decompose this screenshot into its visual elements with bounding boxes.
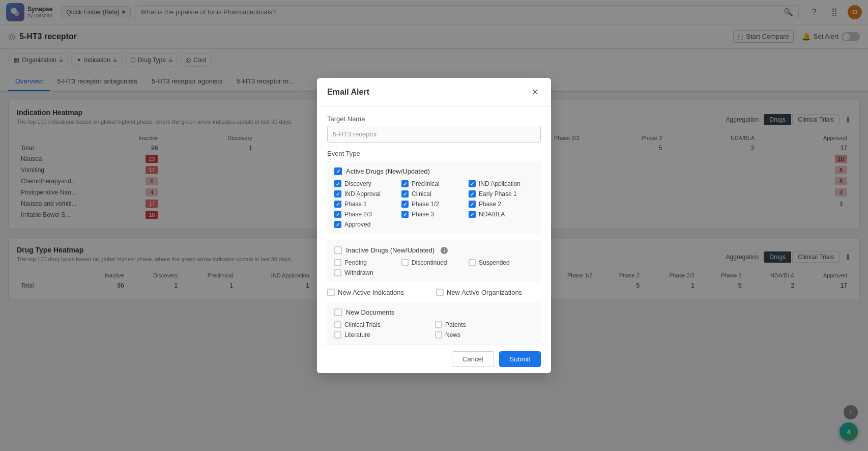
preclinical-checkbox[interactable]: ✓ — [401, 180, 409, 187]
discontinued-label: Discontinued — [412, 259, 447, 266]
clinical-trials-doc-label: Clinical Trials — [344, 321, 381, 328]
modal-close-button[interactable]: ✕ — [529, 86, 541, 98]
check-nda-bla: ✓ NDA/BLA — [469, 211, 534, 218]
discovery-label: Discovery — [344, 180, 371, 187]
new-active-indications-checkbox[interactable] — [327, 289, 335, 296]
new-documents-group: New Documents Clinical Trials Patents Li… — [327, 302, 541, 345]
check-clinical-trials: Clinical Trials — [334, 321, 433, 328]
phase1-label: Phase 1 — [344, 201, 367, 208]
phase2-3-checkbox[interactable]: ✓ — [334, 211, 341, 218]
active-drugs-checkbox[interactable]: ✓ — [334, 167, 342, 175]
check-discontinued: Discontinued — [401, 259, 467, 266]
inactive-drugs-checkbox[interactable] — [334, 246, 342, 254]
check-suspended: Suspended — [469, 259, 534, 266]
withdrawn-label: Withdrawn — [344, 269, 373, 276]
modal-body: Target Name Event Type ✓ Active Drugs (N… — [317, 107, 551, 345]
submit-button[interactable]: Submit — [499, 351, 541, 367]
check-approved: ✓ Approved — [334, 221, 399, 228]
email-alert-modal: Email Alert ✕ Target Name Event Type ✓ A… — [317, 78, 551, 373]
check-ind-application: ✓ IND Application — [469, 180, 534, 187]
check-phase1: ✓ Phase 1 — [334, 201, 399, 208]
cancel-button[interactable]: Cancel — [452, 351, 494, 367]
ind-approval-checkbox[interactable]: ✓ — [334, 190, 341, 198]
ind-approval-label: IND Approval — [344, 190, 381, 198]
withdrawn-checkbox[interactable] — [334, 269, 341, 276]
news-checkbox[interactable] — [435, 331, 442, 339]
discontinued-checkbox[interactable] — [401, 259, 409, 266]
check-pending: Pending — [334, 259, 399, 266]
phase1-2-label: Phase 1/2 — [412, 201, 439, 208]
suspended-label: Suspended — [479, 259, 510, 266]
modal-overlay[interactable]: Email Alert ✕ Target Name Event Type ✓ A… — [0, 0, 868, 451]
modal-header: Email Alert ✕ — [317, 78, 551, 107]
active-drugs-group: ✓ Active Drugs (New/Updated) ✓ Discovery… — [327, 161, 541, 234]
info-icon: i — [441, 247, 448, 254]
check-patents: Patents — [435, 321, 534, 328]
approved-label: Approved — [344, 221, 370, 228]
news-label: News — [445, 331, 460, 339]
phase2-label: Phase 2 — [479, 201, 501, 208]
document-checkboxes-grid: Clinical Trials Patents Literature News — [334, 321, 534, 339]
event-type-label: Event Type — [327, 150, 541, 157]
phase2-3-label: Phase 2/3 — [344, 211, 372, 218]
clinical-checkbox[interactable]: ✓ — [401, 190, 409, 198]
new-documents-label: New Documents — [346, 308, 394, 316]
new-active-organizations-label: New Active Organizations — [447, 289, 522, 296]
check-phase1-2: ✓ Phase 1/2 — [401, 201, 467, 208]
new-active-organizations-checkbox[interactable] — [436, 289, 444, 296]
check-phase2-3: ✓ Phase 2/3 — [334, 211, 399, 218]
check-discovery: ✓ Discovery — [334, 180, 399, 187]
new-documents-header: New Documents — [334, 308, 534, 316]
discovery-checkbox[interactable]: ✓ — [334, 180, 341, 187]
target-name-label: Target Name — [327, 115, 541, 123]
active-drugs-label: Active Drugs (New/Updated) — [346, 167, 430, 175]
check-phase3: ✓ Phase 3 — [401, 211, 467, 218]
pending-label: Pending — [344, 259, 367, 266]
check-early-phase1: ✓ Early Phase 1 — [469, 190, 534, 198]
patents-checkbox[interactable] — [435, 321, 442, 328]
phase1-checkbox[interactable]: ✓ — [334, 201, 341, 208]
approved-checkbox[interactable]: ✓ — [334, 221, 341, 228]
pending-checkbox[interactable] — [334, 259, 341, 266]
preclinical-label: Preclinical — [412, 180, 440, 187]
inactive-drugs-label: Inactive Drugs (New/Updated) — [346, 246, 435, 254]
checkmark-icon: ✓ — [336, 168, 340, 174]
check-literature: Literature — [334, 331, 433, 339]
phase1-2-checkbox[interactable]: ✓ — [401, 201, 409, 208]
suspended-checkbox[interactable] — [469, 259, 476, 266]
nda-bla-checkbox[interactable]: ✓ — [469, 211, 476, 218]
new-active-indications-label: New Active Indications — [338, 289, 404, 296]
standalone-checkboxes: New Active Indications New Active Organi… — [327, 289, 541, 296]
active-checkboxes-grid: ✓ Discovery ✓ Preclinical ✓ IND Applicat… — [334, 180, 534, 228]
nda-bla-label: NDA/BLA — [479, 211, 505, 218]
check-phase2: ✓ Phase 2 — [469, 201, 534, 208]
literature-checkbox[interactable] — [334, 331, 341, 339]
ind-application-label: IND Application — [479, 180, 520, 187]
target-name-input[interactable] — [327, 126, 541, 143]
new-documents-checkbox[interactable] — [334, 308, 342, 316]
inactive-checkboxes-grid: Pending Discontinued Suspended Withdrawn — [334, 259, 534, 276]
phase2-checkbox[interactable]: ✓ — [469, 201, 476, 208]
ind-application-checkbox[interactable]: ✓ — [469, 180, 476, 187]
modal-title: Email Alert — [327, 88, 369, 97]
inactive-drugs-header: Inactive Drugs (New/Updated) i — [334, 246, 534, 254]
early-phase1-label: Early Phase 1 — [479, 190, 517, 198]
new-active-organizations-check: New Active Organizations — [436, 289, 541, 296]
clinical-trials-doc-checkbox[interactable] — [334, 321, 341, 328]
check-withdrawn: Withdrawn — [334, 269, 399, 276]
check-preclinical: ✓ Preclinical — [401, 180, 467, 187]
active-drugs-header: ✓ Active Drugs (New/Updated) — [334, 167, 534, 175]
patents-label: Patents — [445, 321, 466, 328]
new-active-indications-check: New Active Indications — [327, 289, 432, 296]
phase3-label: Phase 3 — [412, 211, 434, 218]
literature-label: Literature — [344, 331, 370, 339]
check-clinical: ✓ Clinical — [401, 190, 467, 198]
phase3-checkbox[interactable]: ✓ — [401, 211, 409, 218]
early-phase1-checkbox[interactable]: ✓ — [469, 190, 476, 198]
inactive-drugs-group: Inactive Drugs (New/Updated) i Pending D… — [327, 240, 541, 283]
modal-footer: Cancel Submit — [317, 345, 551, 373]
check-ind-approval: ✓ IND Approval — [334, 190, 399, 198]
clinical-label: Clinical — [412, 190, 431, 198]
check-news: News — [435, 331, 534, 339]
